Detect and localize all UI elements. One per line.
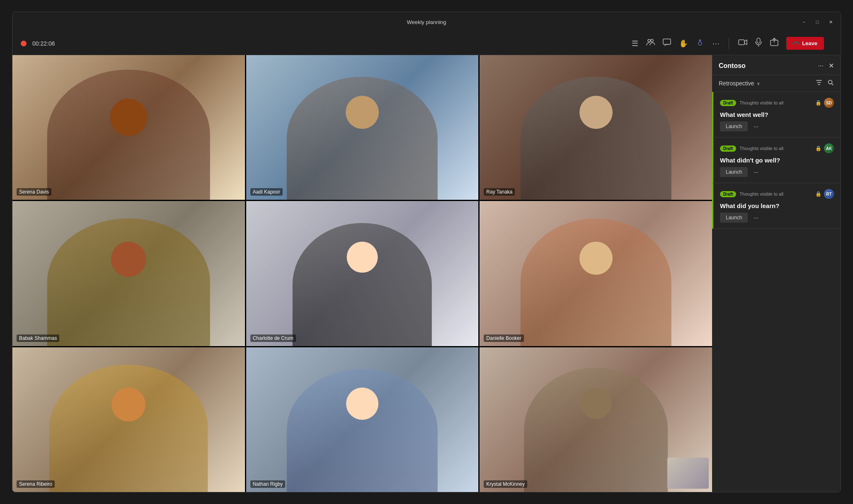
card-meta-2: Thoughts visible to all	[739, 146, 815, 151]
main-window: Weekly planning − □ ✕ 00:22:06 ☰	[12, 12, 841, 492]
svg-rect-4	[739, 40, 744, 45]
card-top-2: Draft Thoughts visible to all 🔒 AK	[720, 143, 834, 153]
cell-content-2	[246, 55, 479, 200]
card-meta-3: Thoughts visible to all	[739, 191, 815, 196]
more-actions-icon[interactable]: ⋯	[712, 39, 720, 48]
record-indicator	[21, 41, 27, 46]
card-question-3: What did you learn?	[720, 202, 834, 209]
window-controls: − □ ✕	[801, 19, 834, 25]
share-content-icon[interactable]	[770, 38, 779, 49]
participant-name-serena-ribeiro: Serena Ribeiro	[17, 480, 55, 488]
maximize-button[interactable]: □	[814, 19, 821, 25]
video-cell-babak-shammas: Babak Shammas	[12, 201, 245, 346]
raise-hand-icon[interactable]: ✋	[679, 39, 688, 48]
card-top-1: Draft Thoughts visible to all 🔒 SD	[720, 98, 834, 108]
cell-content-6	[480, 201, 712, 346]
card-question-2: What didn't go well?	[720, 157, 834, 164]
retro-card-1: Draft Thoughts visible to all 🔒 SD What …	[712, 92, 841, 138]
card-actions-1: Launch ···	[720, 121, 834, 131]
panel-title: Contoso	[719, 62, 818, 70]
participant-name-babak-shammas: Babak Shammas	[17, 334, 59, 342]
leave-button[interactable]: 📞 Leave	[786, 37, 824, 50]
launch-button-2[interactable]: Launch	[720, 167, 748, 177]
toolbar-center: ☰ ✋	[55, 37, 833, 50]
cell-content-5	[246, 201, 479, 346]
panel-sub-header: Retrospective ∨	[712, 75, 841, 92]
lock-icon-3: 🔒	[815, 191, 821, 197]
minimize-button[interactable]: −	[801, 19, 807, 25]
camera-icon[interactable]	[738, 39, 747, 48]
more-button-3[interactable]: ···	[751, 213, 761, 223]
participant-name-nathan-rigby: Nathan Rigby	[250, 480, 286, 488]
participant-name-serena-davis: Serena Davis	[17, 188, 51, 196]
participant-name-ray-tanaka: Ray Tanaka	[484, 188, 515, 196]
self-view	[667, 458, 709, 489]
video-cell-serena-davis: Serena Davis	[12, 55, 245, 200]
video-cell-nathan-rigby: Nathan Rigby	[246, 347, 479, 492]
card-meta-1: Thoughts visible to all	[739, 100, 815, 105]
retro-card-2: Draft Thoughts visible to all 🔒 AK What …	[712, 138, 841, 183]
video-cell-charlotte-de-crum: Charlotte de Crum	[246, 201, 479, 346]
main-content: Serena Davis Aadi Kapoor Ray Tanaka	[12, 55, 841, 492]
panel-header: Contoso ··· ✕	[712, 55, 841, 75]
more-button-2[interactable]: ···	[751, 167, 761, 177]
microphone-icon[interactable]	[755, 38, 762, 49]
title-bar: Weekly planning − □ ✕	[12, 12, 841, 32]
card-top-3: Draft Thoughts visible to all 🔒 RT	[720, 189, 834, 199]
svg-point-1	[651, 39, 653, 42]
avatar-3: RT	[824, 189, 834, 199]
card-icons-1: 🔒 SD	[815, 98, 834, 108]
lock-icon-2: 🔒	[815, 145, 821, 151]
search-icon[interactable]	[827, 79, 834, 87]
card-icons-2: 🔒 AK	[815, 143, 834, 153]
more-button-1[interactable]: ···	[751, 121, 761, 131]
cell-content-4	[12, 201, 245, 346]
cell-content-8	[246, 347, 479, 492]
card-actions-2: Launch ···	[720, 167, 834, 177]
panel-more-icon[interactable]: ···	[818, 62, 824, 70]
participants-icon[interactable]: ☰	[632, 39, 638, 48]
toolbar-left: 00:22:06	[21, 40, 55, 47]
draft-badge-2: Draft	[720, 145, 736, 152]
card-actions-3: Launch ···	[720, 213, 834, 223]
filter-icon[interactable]	[816, 79, 822, 87]
call-timer: 00:22:06	[32, 40, 55, 47]
chevron-down-icon: ∨	[757, 81, 760, 86]
lock-icon-1: 🔒	[815, 100, 821, 106]
draft-badge-3: Draft	[720, 191, 736, 197]
participant-name-aadi-kapoor: Aadi Kapoor	[250, 188, 283, 196]
panel-sub-icons	[816, 79, 834, 87]
card-question-1: What went well?	[720, 111, 834, 118]
people-icon[interactable]	[646, 38, 655, 49]
svg-rect-2	[663, 39, 671, 44]
phone-icon: 📞	[792, 39, 801, 48]
avatar-1: SD	[824, 98, 834, 108]
retro-card-3: Draft Thoughts visible to all 🔒 RT What …	[712, 183, 841, 229]
panel-content: Draft Thoughts visible to all 🔒 SD What …	[712, 92, 841, 492]
video-cell-aadi-kapoor: Aadi Kapoor	[246, 55, 479, 200]
svg-point-0	[648, 39, 650, 42]
draft-badge-1: Draft	[720, 100, 736, 106]
chat-icon[interactable]	[662, 38, 671, 49]
launch-button-1[interactable]: Launch	[720, 121, 748, 131]
participant-name-krystal-mckinney: Krystal McKinney	[484, 480, 527, 488]
video-grid: Serena Davis Aadi Kapoor Ray Tanaka	[12, 55, 712, 492]
retrospective-dropdown[interactable]: Retrospective ∨	[719, 80, 812, 87]
svg-rect-5	[757, 38, 760, 43]
launch-button-3[interactable]: Launch	[720, 213, 748, 223]
video-cell-serena-ribeiro: Serena Ribeiro	[12, 347, 245, 492]
participant-name-danielle-booker: Danielle Booker	[484, 334, 524, 342]
svg-point-3	[698, 42, 702, 45]
cell-content-3	[480, 55, 712, 200]
apps-icon[interactable]	[695, 38, 705, 49]
avatar-2: AK	[824, 143, 834, 153]
retrospective-label: Retrospective	[719, 80, 754, 87]
window-title: Weekly planning	[407, 19, 446, 25]
video-cell-danielle-booker: Danielle Booker	[480, 201, 712, 346]
cell-content-1	[12, 55, 245, 200]
video-cell-ray-tanaka: Ray Tanaka	[480, 55, 712, 200]
close-button[interactable]: ✕	[827, 19, 834, 25]
cell-content-7	[12, 347, 245, 492]
panel-close-icon[interactable]: ✕	[829, 62, 834, 70]
video-cell-krystal-mckinney: Krystal McKinney	[480, 347, 712, 492]
